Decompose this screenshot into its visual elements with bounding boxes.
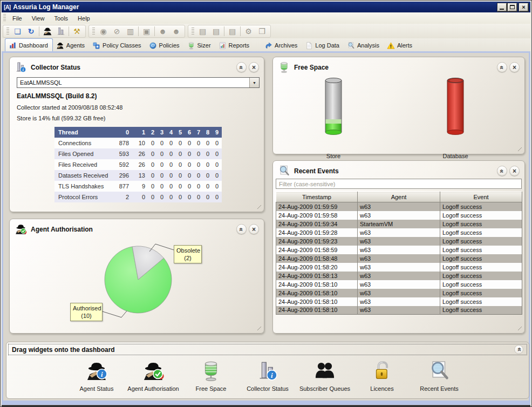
events-filter-input[interactable]: [276, 179, 522, 189]
column-header-agent[interactable]: Agent: [358, 192, 440, 202]
tools-button[interactable]: ⚒: [70, 25, 84, 37]
toolbar-gripper[interactable]: [6, 28, 9, 35]
tab-label: Dashboard: [19, 42, 48, 49]
resize-grip[interactable]: [515, 323, 522, 330]
free-space-icon: [278, 61, 290, 73]
tray-item-licences[interactable]: Licences: [352, 359, 412, 392]
toolbar-gripper[interactable]: [192, 28, 194, 35]
event-timestamp: 24-Aug-2009 01:59:23: [276, 237, 358, 246]
thread-value: 0: [176, 170, 185, 181]
recent-events-widget: Recent Events « × Timestamp Agent Event …: [272, 160, 525, 334]
tab-reports[interactable]: Reports: [215, 39, 254, 51]
tab-sizer[interactable]: Sizer: [184, 39, 215, 51]
menu-file[interactable]: File: [8, 13, 27, 23]
maximize-button[interactable]: [508, 3, 517, 11]
close-widget-button[interactable]: ×: [509, 166, 520, 176]
event-row[interactable]: 24-Aug-2009 01:58:20 w63 Logoff success: [276, 263, 522, 272]
event-row[interactable]: 24-Aug-2009 01:58:10 w63 Logoff success: [276, 280, 522, 289]
server-connect-button[interactable]: ▤: [196, 25, 209, 37]
toolbar-gripper[interactable]: [92, 28, 95, 35]
deploy-agent-button[interactable]: ▣: [140, 25, 153, 37]
event-row[interactable]: 24-Aug-2009 01:59:23 w63 Logoff success: [276, 237, 522, 246]
menu-view[interactable]: View: [27, 13, 50, 23]
thread-metric-label: Protocol Errors: [54, 192, 112, 202]
tab-analysis[interactable]: Analysis: [344, 39, 384, 51]
resize-grip[interactable]: [254, 202, 261, 209]
tab-dashboard[interactable]: Dashboard: [5, 38, 53, 51]
tray-item-agent-status[interactable]: Agent Status: [67, 359, 126, 392]
tray-item-agent-authorisation[interactable]: Agent Authorisation: [124, 359, 183, 392]
new-collector-button[interactable]: ❏: [11, 25, 24, 37]
lock-icon: [371, 359, 393, 382]
event-description: Logoff success: [440, 306, 522, 315]
event-row[interactable]: 24-Aug-2009 01:59:59 w63 Logoff success: [276, 202, 522, 211]
refresh-button[interactable]: ↻: [24, 25, 38, 37]
thread-value: 0: [158, 159, 167, 170]
delete-button[interactable]: ▥: [124, 25, 137, 37]
event-row[interactable]: 24-Aug-2009 01:59:58 w63 Logoff success: [276, 211, 522, 220]
remove-user-button[interactable]: ☻: [169, 25, 183, 37]
event-description: Logoff success: [440, 211, 522, 220]
tab-alerts[interactable]: Alerts: [384, 39, 417, 51]
collector-monitor-button[interactable]: [54, 25, 67, 37]
tray-item-free-space[interactable]: Free Space: [181, 359, 241, 392]
event-row[interactable]: 24-Aug-2009 01:58:10 w63 Logoff success: [276, 289, 522, 297]
policy-classes-icon: [92, 42, 100, 50]
server-add-button[interactable]: ▤: [226, 25, 239, 37]
menu-help[interactable]: Help: [73, 13, 95, 23]
combo-dropdown-button[interactable]: ▼: [249, 78, 259, 87]
agent-authorisation-icon: [142, 359, 165, 382]
tab-policy-classes[interactable]: Policy Classes: [89, 39, 146, 51]
column-header-timestamp[interactable]: Timestamp: [276, 192, 358, 202]
event-row[interactable]: 24-Aug-2009 01:58:10 w63 Logoff success: [276, 297, 522, 306]
tray-item-subscriber-queues[interactable]: Subscriber Queues: [295, 359, 354, 392]
minimize-button[interactable]: [497, 3, 507, 11]
tab-log-data[interactable]: Log Data: [302, 39, 344, 51]
event-row[interactable]: 24-Aug-2009 01:59:28 w63 Logoff success: [276, 228, 522, 237]
tab-policies[interactable]: Policies: [146, 39, 184, 51]
spy-icon: [43, 26, 52, 36]
collapse-widget-button[interactable]: «: [497, 62, 507, 72]
close-widget-button[interactable]: ×: [509, 62, 520, 72]
thread-value: 0: [176, 159, 185, 170]
column-header-event[interactable]: Event: [440, 192, 522, 202]
tray-collapse-button[interactable]: »: [514, 345, 523, 354]
menu-tools[interactable]: Tools: [49, 13, 73, 23]
event-agent: w63: [358, 246, 440, 254]
tray-item-label: Agent Status: [67, 385, 126, 392]
thread-metric-label: Datasets Received: [54, 170, 112, 181]
thread-value: 0: [148, 192, 158, 202]
collector-bars-icon: [56, 26, 66, 36]
agent-wizard-button[interactable]: [40, 25, 54, 37]
event-row[interactable]: 24-Aug-2009 01:58:10 w63 Logoff success: [276, 306, 522, 315]
start-collection-button[interactable]: ◉: [97, 25, 110, 37]
tray-item-collector-status[interactable]: Collector Status: [238, 359, 297, 392]
collector-select[interactable]: EatALMMSSQL ▼: [17, 77, 260, 88]
column-header: 4: [167, 127, 176, 138]
column-header: 7: [194, 127, 203, 138]
server-wireless-button[interactable]: ▤: [209, 25, 223, 37]
stop-collection-button[interactable]: ⊘: [110, 25, 124, 37]
tray-item-recent-events[interactable]: Recent Events: [410, 359, 469, 392]
menu-gripper[interactable]: [3, 14, 6, 22]
event-row[interactable]: 24-Aug-2009 01:59:34 StarteamVM Logoff s…: [276, 220, 522, 228]
title-bar[interactable]: [A] Assuria Log Manager ×: [2, 2, 530, 12]
minimize-icon: [500, 9, 504, 10]
event-row[interactable]: 24-Aug-2009 01:58:48 w63 Logoff success: [276, 254, 522, 263]
settings-button[interactable]: ⚙: [242, 25, 255, 37]
tray-item-label: Free Space: [181, 385, 241, 392]
widget-header: Recent Events « ×: [273, 161, 524, 179]
close-widget-button[interactable]: ×: [249, 62, 259, 72]
add-user-button[interactable]: ☻: [156, 25, 169, 37]
close-button[interactable]: ×: [519, 3, 528, 11]
collapse-widget-button[interactable]: «: [236, 62, 247, 72]
thread-value: 0: [185, 181, 194, 192]
tab-agents[interactable]: Agents: [53, 39, 89, 51]
event-row[interactable]: 24-Aug-2009 01:58:59 w63 Logoff success: [276, 246, 522, 254]
tab-label: Alerts: [397, 42, 412, 49]
tab-archives[interactable]: Archives: [261, 39, 302, 51]
event-row[interactable]: 24-Aug-2009 01:58:13 w63 Logoff success: [276, 272, 522, 280]
report-page-button[interactable]: ❒: [255, 25, 269, 37]
collapse-widget-button[interactable]: «: [497, 166, 507, 176]
event-timestamp: 24-Aug-2009 01:58:10: [276, 280, 358, 289]
